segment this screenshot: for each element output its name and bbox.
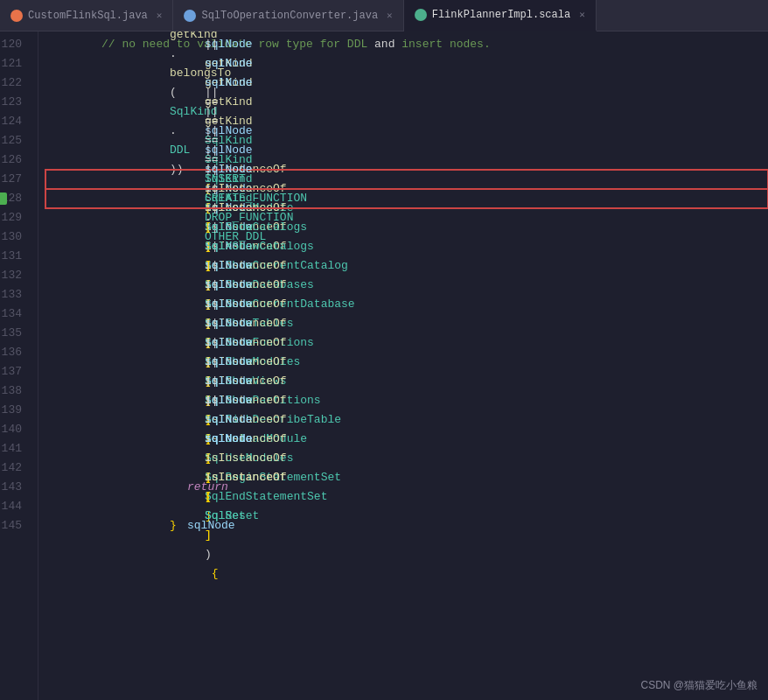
tab-bar: CustomFlinkSql.java ✕ SqlToOperationConv… xyxy=(0,0,768,32)
ln-127: 127 xyxy=(0,170,29,189)
code-content: // no need to validate row type for DDL … xyxy=(38,32,768,700)
ln-135: 135 xyxy=(0,324,29,343)
ln-123: 123 xyxy=(0,93,29,112)
ln-143: 143 xyxy=(0,478,29,497)
tab-close-3[interactable]: ✕ xyxy=(579,9,585,20)
ln-125: 125 xyxy=(0,131,29,150)
ln-141: 141 xyxy=(0,439,29,458)
ln-128: 128 xyxy=(0,189,29,208)
ln-120: 120 xyxy=(0,35,29,54)
tab-label-3: FlinkPlannerImpl.scala xyxy=(432,9,570,21)
editor-area: 120 121 122 123 124 125 126 127 128 129 … xyxy=(0,32,768,700)
ln-140: 140 xyxy=(0,420,29,439)
ln-137: 137 xyxy=(0,362,29,382)
code-line-145: } xyxy=(45,516,768,536)
ln-131: 131 xyxy=(0,247,29,266)
and-keyword: and xyxy=(374,38,394,51)
ln-145: 145 xyxy=(0,516,29,536)
ln-122: 122 xyxy=(0,74,29,93)
tab-icon-java xyxy=(10,10,23,22)
code-area: 120 121 122 123 124 125 126 127 128 129 … xyxy=(0,32,768,700)
tab-customflinksql[interactable]: CustomFlinkSql.java ✕ xyxy=(0,0,173,32)
line-numbers: 120 121 122 123 124 125 126 127 128 129 … xyxy=(0,32,38,700)
tab-close-2[interactable]: ✕ xyxy=(387,10,393,21)
comment-120b: insert nodes. xyxy=(394,38,490,51)
tab-sqltooperation[interactable]: SqlToOperationConverter.java ✕ xyxy=(173,0,403,32)
tab-icon-java2 xyxy=(184,10,196,22)
tab-flinkplannerimpl[interactable]: FlinkPlannerImpl.scala ✕ xyxy=(404,0,597,32)
ln-126: 126 xyxy=(0,150,29,170)
ln-124: 124 xyxy=(0,112,29,131)
ln-134: 134 xyxy=(0,304,29,324)
tab-label-1: CustomFlinkSql.java xyxy=(28,10,148,22)
ln-132: 132 xyxy=(0,266,29,285)
ln-130: 130 xyxy=(0,228,29,247)
ln-142: 142 xyxy=(0,458,29,478)
tab-label-2: SqlToOperationConverter.java xyxy=(201,10,378,22)
code-line-128: || sqlNode . isInstanceOf [ SqlXShowCata… xyxy=(45,189,768,208)
ln-133: 133 xyxy=(0,285,29,304)
ln-138: 138 xyxy=(0,382,29,401)
ln-139: 139 xyxy=(0,401,29,420)
ln-121: 121 xyxy=(0,54,29,74)
ln-144: 144 xyxy=(0,497,29,516)
ln-129: 129 xyxy=(0,208,29,228)
watermark: CSDN @猫猫爱吃小鱼粮 xyxy=(640,678,758,693)
tab-icon-scala xyxy=(415,9,427,21)
ln-136: 136 xyxy=(0,343,29,362)
tab-close-1[interactable]: ✕ xyxy=(157,10,163,21)
